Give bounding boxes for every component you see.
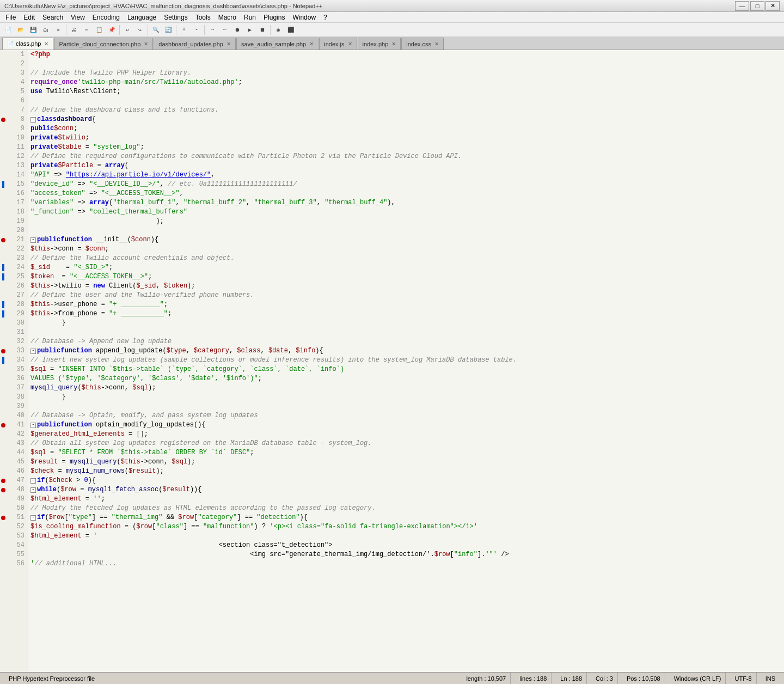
code-line-7[interactable]: // Define the dashboard class and its fu… bbox=[28, 106, 784, 115]
code-line-4[interactable]: require_once 'twilio-php-main/src/Twilio… bbox=[28, 78, 784, 87]
menu-file[interactable]: File bbox=[2, 13, 19, 22]
code-line-49[interactable]: $html_element = ''; bbox=[28, 494, 784, 504]
zoom-in-btn[interactable]: + bbox=[178, 24, 190, 36]
code-line-40[interactable]: // Database -> Optain, modify, and pass … bbox=[28, 411, 784, 420]
code-line-16[interactable]: "access_token" => "<__ACCESS_TOKEN__>", bbox=[28, 189, 784, 198]
code-line-13[interactable]: private $Particle = array( bbox=[28, 161, 784, 170]
code-line-10[interactable]: private $twilio; bbox=[28, 133, 784, 143]
tab-close-dashboard[interactable]: ✕ bbox=[226, 41, 231, 47]
plugin-btn2[interactable]: ⬛ bbox=[285, 24, 297, 36]
menu-tools[interactable]: Tools bbox=[192, 13, 214, 22]
code-line-33[interactable]: -public function append_log_update($type… bbox=[28, 346, 784, 356]
close-button[interactable]: ✕ bbox=[765, 1, 780, 11]
code-line-48[interactable]: -while($row = mysqli_fetch_assoc($result… bbox=[28, 485, 784, 494]
code-line-41[interactable]: -public function optain_modify_log_updat… bbox=[28, 420, 784, 430]
code-line-55[interactable]: <img src="generate_thermal_img/img_detec… bbox=[28, 550, 784, 559]
copy-btn[interactable]: 📋 bbox=[93, 24, 105, 36]
menu-encoding[interactable]: Encoding bbox=[89, 13, 123, 22]
save-btn[interactable]: 💾 bbox=[27, 24, 39, 36]
code-line-38[interactable]: } bbox=[28, 393, 784, 402]
code-line-50[interactable]: // Modify the fetched log updates as HTM… bbox=[28, 504, 784, 513]
code-line-20[interactable] bbox=[28, 226, 784, 235]
new-btn[interactable]: 📄 bbox=[2, 24, 14, 36]
code-line-47[interactable]: -if($check > 0){ bbox=[28, 476, 784, 485]
code-line-11[interactable]: private $table = "system_log"; bbox=[28, 143, 784, 152]
menu-plugins[interactable]: Plugins bbox=[260, 13, 288, 22]
menu-language[interactable]: Language bbox=[124, 13, 160, 22]
cut-btn[interactable]: ✂ bbox=[81, 24, 93, 36]
code-line-8[interactable]: -class dashboard{ bbox=[28, 115, 784, 124]
code-line-23[interactable]: // Define the Twilio account credentials… bbox=[28, 254, 784, 263]
code-line-56[interactable]: '// additional HTML... bbox=[28, 559, 784, 569]
code-line-14[interactable]: "API" => "https://api.particle.io/v1/dev… bbox=[28, 170, 784, 180]
code-line-3[interactable]: // Include the Twilio PHP Helper Library… bbox=[28, 69, 784, 78]
code-line-43[interactable]: // Obtain all system log updates registe… bbox=[28, 439, 784, 448]
code-line-24[interactable]: $_sid = "<_SID_>"; bbox=[28, 263, 784, 272]
plugin-btn1[interactable]: ◉ bbox=[272, 24, 284, 36]
menu-run[interactable]: Run bbox=[241, 13, 259, 22]
code-line-45[interactable]: $result = mysqli_query($this->conn, $sql… bbox=[28, 457, 784, 467]
menu-search[interactable]: Search bbox=[39, 13, 66, 22]
code-line-15[interactable]: "device_id" => "<__DEVICE_ID__>/", // et… bbox=[28, 180, 784, 189]
print-btn[interactable]: 🖨 bbox=[68, 24, 80, 36]
code-line-29[interactable]: $this->from_phone = "+ ___________"; bbox=[28, 309, 784, 319]
tab-close-index-js[interactable]: ✕ bbox=[348, 41, 352, 47]
save-all-btn[interactable]: 🗂 bbox=[40, 24, 52, 36]
close-btn[interactable]: ✕ bbox=[52, 24, 64, 36]
menu-window[interactable]: Window bbox=[289, 13, 319, 22]
code-line-18[interactable]: "_function" => "collect_thermal_buffers" bbox=[28, 207, 784, 217]
code-line-34[interactable]: // Insert new system log updates (sample… bbox=[28, 356, 784, 365]
code-line-54[interactable]: <section class="t_detection"> bbox=[28, 541, 784, 550]
minimize-button[interactable]: — bbox=[735, 1, 749, 11]
tab-close-save-audio[interactable]: ✕ bbox=[309, 41, 314, 47]
menu-edit[interactable]: Edit bbox=[20, 13, 38, 22]
code-line-25[interactable]: $token = "<__ACCESS_TOKEN__>"; bbox=[28, 272, 784, 282]
tab-close-particle[interactable]: ✕ bbox=[144, 41, 148, 47]
menu-view[interactable]: View bbox=[68, 13, 88, 22]
code-line-2[interactable] bbox=[28, 59, 784, 69]
tab-save-audio[interactable]: save_audio_sample.php ✕ bbox=[236, 38, 318, 50]
code-line-1[interactable]: <?php bbox=[28, 50, 784, 59]
code-line-12[interactable]: // Define the required configurations to… bbox=[28, 152, 784, 161]
indent-btn[interactable]: → bbox=[206, 24, 218, 36]
menu-macro[interactable]: Macro bbox=[215, 13, 240, 22]
window-controls[interactable]: — □ ✕ bbox=[735, 1, 780, 11]
code-line-19[interactable]: ); bbox=[28, 217, 784, 226]
code-line-6[interactable] bbox=[28, 96, 784, 106]
paste-btn[interactable]: 📌 bbox=[106, 24, 118, 36]
code-line-39[interactable] bbox=[28, 402, 784, 411]
zoom-out-btn[interactable]: - bbox=[191, 24, 203, 36]
redo-btn[interactable]: ↪ bbox=[134, 24, 146, 36]
code-line-31[interactable] bbox=[28, 328, 784, 337]
macro-play-btn[interactable]: ▶ bbox=[244, 24, 256, 36]
code-line-27[interactable]: // Define the user and the Twilio-verifi… bbox=[28, 291, 784, 300]
code-line-36[interactable]: VALUES ('$type', '$category', '$class', … bbox=[28, 374, 784, 383]
code-line-44[interactable]: $sql = "SELECT * FROM `$this->table` ORD… bbox=[28, 448, 784, 457]
tab-particle[interactable]: Particle_cloud_connection.php ✕ bbox=[54, 38, 153, 50]
menu-help[interactable]: ? bbox=[320, 13, 330, 22]
tab-index-php[interactable]: index.php ✕ bbox=[358, 38, 401, 50]
code-line-22[interactable]: $this->conn = $conn; bbox=[28, 245, 784, 254]
undo-btn[interactable]: ↩ bbox=[121, 24, 133, 36]
code-line-17[interactable]: "variables" => array("thermal_buff_1", "… bbox=[28, 198, 784, 207]
tab-close-index-css[interactable]: ✕ bbox=[434, 41, 439, 47]
code-line-28[interactable]: $this->user_phone = "+ __________"; bbox=[28, 300, 784, 309]
find-btn[interactable]: 🔍 bbox=[150, 24, 162, 36]
code-content[interactable]: <?php // Include the Twilio PHP Helper L… bbox=[28, 50, 784, 672]
open-btn[interactable]: 📂 bbox=[15, 24, 27, 36]
code-line-5[interactable]: use Twilio\Rest\Client; bbox=[28, 87, 784, 96]
code-line-26[interactable]: $this->twilio = new Client($_sid, $token… bbox=[28, 282, 784, 291]
menu-settings[interactable]: Settings bbox=[161, 13, 191, 22]
code-line-53[interactable]: $html_element = ' bbox=[28, 532, 784, 541]
code-line-37[interactable]: mysqli_query($this->conn, $sql); bbox=[28, 383, 784, 393]
code-line-9[interactable]: public $conn; bbox=[28, 124, 784, 133]
code-line-52[interactable]: $is_cooling_malfunction = ($row["class"]… bbox=[28, 522, 784, 532]
tab-close-class-php[interactable]: ✕ bbox=[44, 41, 48, 47]
code-line-51[interactable]: -if($row["type"] == "thermal_img" && $ro… bbox=[28, 513, 784, 522]
macro-stop-btn[interactable]: ⏹ bbox=[256, 24, 268, 36]
code-line-42[interactable]: $generated_html_elements = []; bbox=[28, 430, 784, 439]
tab-close-index-php[interactable]: ✕ bbox=[391, 41, 396, 47]
code-line-35[interactable]: $sql = "INSERT INTO `$this->table` (`typ… bbox=[28, 365, 784, 374]
code-line-21[interactable]: -public function __init__($conn){ bbox=[28, 235, 784, 245]
maximize-button[interactable]: □ bbox=[750, 1, 764, 11]
